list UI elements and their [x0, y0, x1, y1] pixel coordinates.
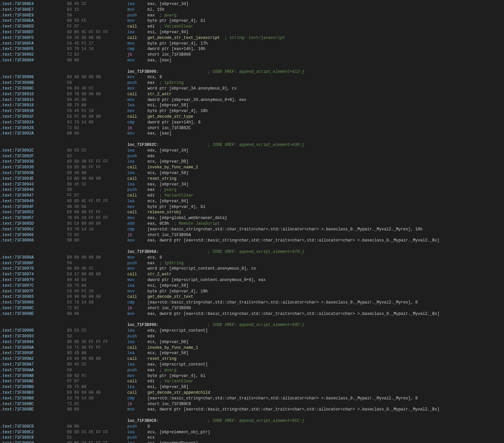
table-row[interactable]: .text:71F30918 8D 75 A8 lea esi, [ebp+va… — [0, 103, 504, 108]
table-row[interactable]: .text:71F30970 66 89 4D CC mov word ptr … — [0, 266, 504, 272]
table-row[interactable]: .text:71F3091B C6 45 FC 18 mov byte ptr … — [0, 108, 504, 114]
table-row[interactable]: .text:71F308EF 8D B5 6C FF FF FF lea esi… — [0, 30, 504, 35]
operands: edi ; VariantClear — [147, 379, 504, 384]
bytes: 83 78 14 08 — [67, 300, 127, 306]
table-row[interactable]: .text:71F30983 E8 98 68 00 00 call get_d… — [0, 294, 504, 300]
table-row[interactable]: .text:71F308E9 50 push eax ; pvarg — [0, 13, 504, 18]
table-row[interactable]: .text:71F308EA 88 5D FC mov byte ptr [eb… — [0, 18, 504, 24]
table-row[interactable]: .text:71F309AE FF D7 call edi ; VariantC… — [0, 379, 504, 384]
table-row[interactable]: .text:71F3098C 72 02 jb short loc_71F3B9… — [0, 306, 504, 311]
table-row[interactable]: .text:71F3095D 05 C8 00 00 00 add eax, 0… — [0, 221, 504, 227]
table-row[interactable]: .text:71F3090B 50 push eax ; lpString — [0, 80, 504, 86]
table-row[interactable]: .text:71F3091F E8 FC 66 00 00 call get_d… — [0, 114, 504, 120]
operands: short loc_71F3B92C — [147, 125, 504, 131]
table-row[interactable]: .text:71F3097F C6 45 FC 19 mov byte ptr … — [0, 289, 504, 294]
table-row[interactable]: .text:71F30962 83 78 14 10 cmp [eax+std:… — [0, 227, 504, 232]
table-row[interactable]: .text:71F30915 89 45 D0 mov dword ptr [e… — [0, 97, 504, 103]
operands: ecx — [147, 435, 504, 441]
table-row[interactable]: loc_71F3B9C0: ; CODE XREF: append_script… — [0, 418, 504, 424]
table-row[interactable]: .text:71F3093B 8D 4D A8 lea ecx, [ebp+va… — [0, 170, 504, 176]
table-row[interactable]: .text:71F308ED FF D7 call edi ; VariantC… — [0, 24, 504, 30]
mnemonic: mov — [127, 108, 147, 114]
table-row[interactable]: loc_71F3B96A: ; CODE XREF: append_script… — [0, 249, 504, 255]
table-row[interactable]: .text:71F309AB 88 5D FC mov byte ptr [eb… — [0, 373, 504, 379]
mnemonic: cmp — [127, 300, 147, 306]
table-row[interactable]: .text:71F30949 8D 8D 6C FF FF FF lea ecx… — [0, 199, 504, 204]
table-row[interactable]: .text:71F30990 8D 55 CC lea edx, [ebp+sc… — [0, 328, 504, 334]
table-row[interactable]: .text:71F30943 8D 45 CC lea eax, [ebp+va… — [0, 182, 504, 187]
table-row[interactable]: .text:71F30924 83 78 14 08 cmp dword ptr… — [0, 120, 504, 125]
table-row[interactable]: .text:71F30930 8D 8D 30 FF FF FF lea ecx… — [0, 159, 504, 165]
table-row[interactable]: .text:71F30974 E8 17 00 06 00 call str_2… — [0, 272, 504, 277]
table-row[interactable]: .text:71F3092A 8B 00 mov eax, [eax] — [0, 131, 504, 136]
table-row[interactable]: .text:71F3090C 66 89 4D CC mov word ptr … — [0, 86, 504, 92]
comment: ; lpString — [155, 80, 184, 85]
table-row[interactable]: .text:71F3092F 52 push edx — [0, 154, 504, 159]
table-row[interactable]: .text:71F309BC 72 02 jb short loc_71F3B9… — [0, 401, 504, 407]
mnemonic: push — [127, 435, 147, 441]
table-row[interactable]: .text:71F30928 72 02 jb short loc_71F3B9… — [0, 125, 504, 131]
table-row[interactable]: .text:71F308E4 8D 45 CC lea eax, [ebp+va… — [0, 1, 504, 7]
mnemonic: mov — [127, 58, 147, 63]
table-row[interactable]: loc_71F3B990: ; CODE XREF: append_script… — [0, 322, 504, 328]
table-row[interactable]: .text:71F309B3 E8 68 69 00 00 call get_d… — [0, 390, 504, 396]
bytes: 72 02 — [67, 232, 127, 238]
table-row[interactable]: .text:71F308E7 D3 15 mov bl, 15h — [0, 7, 504, 13]
table-row[interactable]: .text:71F309C9 8D B5 28 FF FF FF lea esi… — [0, 441, 504, 443]
operands: eax, [eax] — [147, 131, 504, 136]
table-row[interactable]: .text:71F3099F 8D 4D A8 lea ecx, [ebp+va… — [0, 350, 504, 356]
table-row[interactable]: .text:71F30936 E8 D5 98 FF FF call invok… — [0, 165, 504, 170]
operands: release_strobj — [147, 210, 504, 215]
mnemonic: add — [127, 221, 147, 227]
table-row[interactable]: .text:71F30993 52 push edx — [0, 334, 504, 339]
bytes: C6 45 FC 17 — [67, 41, 127, 47]
table-row[interactable]: .text:71F3098E 8B 00 mov eax, dword ptr … — [0, 311, 504, 317]
table-row[interactable]: .text:71F309A7 8D 45 CC lea eax, [ebp+sc… — [0, 362, 504, 368]
table-row[interactable] — [0, 63, 504, 69]
table-row[interactable]: loc_71F3B906: ; CODE XREF: append_script… — [0, 69, 504, 75]
table-row[interactable] — [0, 243, 504, 249]
table-row[interactable]: .text:71F30952 E8 69 8B FF FF call relea… — [0, 210, 504, 215]
table-row[interactable]: .text:71F30957 7B 85 18 FF FF FF mov eax… — [0, 215, 504, 221]
table-row[interactable]: .text:71F309C8 51 push ecx — [0, 435, 504, 441]
table-row[interactable]: .text:71F309A2 E8 49 99 00 00 call reset… — [0, 356, 504, 362]
table-row[interactable]: .text:71F308F5 E8 26 68 00 00 call get_d… — [0, 35, 504, 41]
table-row[interactable]: .text:71F30910 E8 7B 00 06 00 call str_2… — [0, 92, 504, 97]
table-row[interactable]: .text:71F30968 8B 00 mov eax, dword ptr … — [0, 238, 504, 243]
mnemonic: push — [127, 154, 147, 159]
code-lines: .text:71F308E4 8D 45 CC lea eax, [ebp+va… — [0, 1, 504, 443]
table-row[interactable]: .text:71F3094F 8B 5D D8 mov byte ptr [eb… — [0, 204, 504, 210]
table-row[interactable]: .text:71F30946 50 push eax ; pvarg — [0, 187, 504, 193]
table-row[interactable] — [0, 136, 504, 142]
table-row[interactable]: .text:71F30947 FF D7 call edi ; VariantC… — [0, 193, 504, 199]
address: .text:71F30983 — [0, 294, 67, 300]
table-row[interactable]: .text:71F309BE 8B 00 mov eax, dword ptr … — [0, 407, 504, 412]
table-row[interactable]: .text:71F309B8 83 78 14 08 cmp [eax+std:… — [0, 396, 504, 401]
table-row[interactable]: .text:71F30988 83 78 14 08 cmp [eax+std:… — [0, 300, 504, 306]
table-row[interactable]: .text:71F3093E E8 AD 99 00 00 call reset… — [0, 176, 504, 182]
table-row[interactable]: .text:71F3092C 8D 55 CC lea edx, [ebp+va… — [0, 148, 504, 154]
operands: ecx, [ebp+var_58] — [147, 350, 504, 356]
table-row[interactable]: loc_71F3B92C: ; CODE XREF: append_script… — [0, 142, 504, 148]
table-row[interactable]: .text:71F30904 8B 00 mov eax, [eax] — [0, 58, 504, 63]
table-row[interactable]: .text:71F30979 89 45 D4 mov dword ptr [e… — [0, 277, 504, 283]
table-row[interactable]: .text:71F3096F 50 push eax ; lpString — [0, 261, 504, 266]
table-row[interactable]: .text:71F309B0 8D 75 A8 lea esi, [ebp+va… — [0, 384, 504, 390]
operands: eax, [ebp+global_webbrowser_data] — [147, 215, 504, 221]
table-row[interactable]: .text:71F3096A B9 08 00 00 00 mov ecx, 8 — [0, 255, 504, 261]
mnemonic: push — [127, 80, 147, 86]
operands: eax ; lpString — [147, 80, 504, 86]
table-row[interactable]: .text:71F309C0 6A 00 push 0 — [0, 424, 504, 430]
table-row[interactable]: .text:71F308FE 83 78 14 10 cmp dword ptr… — [0, 46, 504, 52]
table-row[interactable]: .text:71F309AA 50 push eax ; pvarg — [0, 368, 504, 373]
table-row[interactable]: .text:71F30902 72 02 jb short loc_71F3B9… — [0, 52, 504, 58]
table-row[interactable]: .text:71F309C2 8D 8D FC FE FF FF lea ecx… — [0, 430, 504, 435]
table-row[interactable]: .text:71F30906 B9 08 00 00 00 mov ecx, 8 — [0, 74, 504, 80]
table-row[interactable] — [0, 412, 504, 418]
table-row[interactable]: .text:71F3097C 8D 75 A8 lea esi, [ebp+va… — [0, 283, 504, 289]
table-row[interactable]: .text:71F3099A E8 71 98 FF FF call invok… — [0, 345, 504, 351]
table-row[interactable]: .text:71F30994 8D 8D 30 FF FF FF lea ecx… — [0, 339, 504, 345]
table-row[interactable]: .text:71F308FA C6 45 FC 17 mov byte ptr … — [0, 41, 504, 47]
table-row[interactable]: .text:71F30966 72 02 jb short loc_71F3B9… — [0, 232, 504, 238]
table-row[interactable] — [0, 317, 504, 323]
